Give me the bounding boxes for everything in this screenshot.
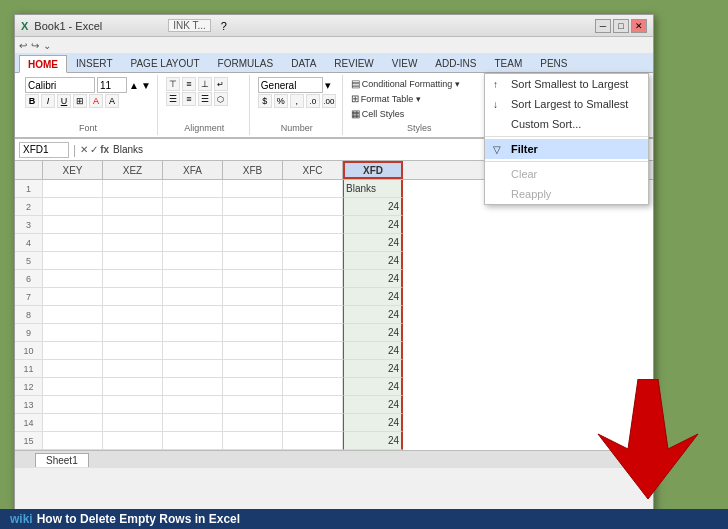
list-item[interactable]: 24 xyxy=(343,252,403,270)
tab-review[interactable]: REVIEW xyxy=(325,54,382,72)
sort-asc-item[interactable]: ↑ Sort Smallest to Largest xyxy=(485,74,648,94)
minimize-button[interactable]: ─ xyxy=(595,19,611,33)
align-bottom-button[interactable]: ⊥ xyxy=(198,77,212,91)
list-item[interactable] xyxy=(163,324,223,342)
list-item[interactable] xyxy=(163,306,223,324)
undo-button[interactable]: ↩ xyxy=(19,40,27,51)
list-item[interactable]: 24 xyxy=(343,432,403,450)
close-button[interactable]: ✕ xyxy=(631,19,647,33)
list-item[interactable] xyxy=(223,360,283,378)
list-item[interactable] xyxy=(43,378,103,396)
list-item[interactable] xyxy=(43,288,103,306)
list-item[interactable] xyxy=(223,324,283,342)
font-size-increase[interactable]: ▲ xyxy=(129,80,139,91)
list-item[interactable] xyxy=(103,396,163,414)
list-item[interactable] xyxy=(43,414,103,432)
list-item[interactable] xyxy=(163,378,223,396)
list-item[interactable] xyxy=(103,288,163,306)
clear-item[interactable]: Clear xyxy=(485,164,648,184)
fill-color-button[interactable]: A xyxy=(89,94,103,108)
custom-sort-item[interactable]: Custom Sort... xyxy=(485,114,648,134)
align-center-button[interactable]: ≡ xyxy=(182,92,196,106)
cell-styles-button[interactable]: ▦ Cell Styles xyxy=(351,107,405,121)
list-item[interactable] xyxy=(103,198,163,216)
list-item[interactable] xyxy=(283,396,343,414)
tab-page-layout[interactable]: PAGE LAYOUT xyxy=(122,54,209,72)
col-header-xfb[interactable]: XFB xyxy=(223,161,283,179)
list-item[interactable] xyxy=(163,270,223,288)
list-item[interactable] xyxy=(223,396,283,414)
list-item[interactable] xyxy=(163,414,223,432)
list-item[interactable] xyxy=(163,234,223,252)
list-item[interactable] xyxy=(103,324,163,342)
col-header-xfd[interactable]: XFD xyxy=(343,161,403,179)
reapply-item[interactable]: Reapply xyxy=(485,184,648,204)
tab-team[interactable]: TEAM xyxy=(485,54,531,72)
list-item[interactable]: 24 xyxy=(343,216,403,234)
list-item[interactable] xyxy=(283,198,343,216)
list-item[interactable]: 24 xyxy=(343,324,403,342)
list-item[interactable] xyxy=(43,432,103,450)
list-item[interactable]: 24 xyxy=(343,342,403,360)
list-item[interactable] xyxy=(223,378,283,396)
conditional-formatting-button[interactable]: ▤ Conditional Formatting ▾ xyxy=(351,77,460,91)
list-item[interactable] xyxy=(43,342,103,360)
list-item[interactable] xyxy=(163,180,223,198)
tab-pens[interactable]: PENS xyxy=(531,54,576,72)
maximize-button[interactable]: □ xyxy=(613,19,629,33)
list-item[interactable]: 24 xyxy=(343,396,403,414)
list-item[interactable]: 24 xyxy=(343,306,403,324)
align-middle-button[interactable]: ≡ xyxy=(182,77,196,91)
list-item[interactable] xyxy=(283,252,343,270)
tab-insert[interactable]: INSERT xyxy=(67,54,122,72)
list-item[interactable] xyxy=(43,360,103,378)
list-item[interactable] xyxy=(223,306,283,324)
bold-button[interactable]: B xyxy=(25,94,39,108)
list-item[interactable] xyxy=(283,216,343,234)
list-item[interactable] xyxy=(223,198,283,216)
list-item[interactable] xyxy=(283,234,343,252)
list-item[interactable] xyxy=(283,414,343,432)
tab-add-ins[interactable]: ADD-INS xyxy=(426,54,485,72)
font-name-input[interactable] xyxy=(25,77,95,93)
list-item[interactable] xyxy=(223,234,283,252)
list-item[interactable] xyxy=(103,342,163,360)
confirm-formula-icon[interactable]: ✓ xyxy=(90,144,98,155)
list-item[interactable]: 24 xyxy=(343,378,403,396)
list-item[interactable] xyxy=(103,216,163,234)
italic-button[interactable]: I xyxy=(41,94,55,108)
list-item[interactable] xyxy=(103,360,163,378)
decrease-decimal-button[interactable]: .0 xyxy=(306,94,320,108)
list-item[interactable] xyxy=(283,180,343,198)
list-item[interactable] xyxy=(283,432,343,450)
list-item[interactable] xyxy=(103,378,163,396)
list-item[interactable] xyxy=(43,252,103,270)
list-item[interactable] xyxy=(43,396,103,414)
list-item[interactable] xyxy=(103,234,163,252)
merge-button[interactable]: ⬡ xyxy=(214,92,228,106)
list-item[interactable] xyxy=(43,180,103,198)
currency-button[interactable]: $ xyxy=(258,94,272,108)
list-item[interactable] xyxy=(163,252,223,270)
quick-access-dropdown[interactable]: ⌄ xyxy=(43,40,51,51)
underline-button[interactable]: U xyxy=(57,94,71,108)
list-item[interactable] xyxy=(283,306,343,324)
sort-desc-item[interactable]: ↓ Sort Largest to Smallest xyxy=(485,94,648,114)
list-item[interactable] xyxy=(283,288,343,306)
list-item[interactable] xyxy=(43,306,103,324)
list-item[interactable] xyxy=(103,270,163,288)
list-item[interactable] xyxy=(163,288,223,306)
list-item[interactable] xyxy=(163,396,223,414)
list-item[interactable] xyxy=(163,342,223,360)
tab-formulas[interactable]: FORMULAS xyxy=(209,54,283,72)
list-item[interactable] xyxy=(163,198,223,216)
list-item[interactable] xyxy=(103,252,163,270)
align-left-button[interactable]: ☰ xyxy=(166,92,180,106)
cell-name-box[interactable] xyxy=(19,142,69,158)
list-item[interactable] xyxy=(223,432,283,450)
list-item[interactable] xyxy=(43,216,103,234)
list-item[interactable] xyxy=(223,252,283,270)
list-item[interactable] xyxy=(283,324,343,342)
number-format-dropdown[interactable] xyxy=(258,77,323,93)
list-item[interactable]: 24 xyxy=(343,234,403,252)
